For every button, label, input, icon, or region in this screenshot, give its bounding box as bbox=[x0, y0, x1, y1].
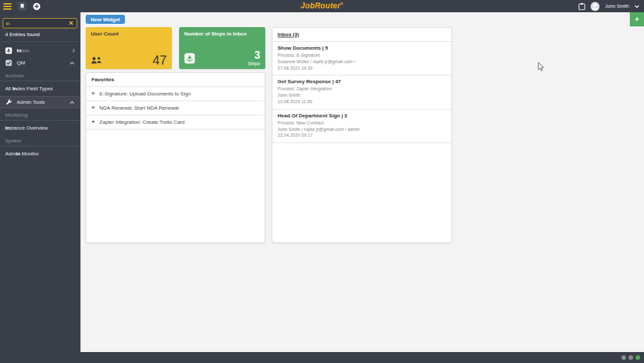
sidebar: ✕ 4 Entries found Inbox 3 QM Archives Al… bbox=[0, 12, 80, 352]
users-icon bbox=[91, 57, 102, 64]
page-dot[interactable] bbox=[621, 355, 626, 360]
sidebar-item-instance-overview[interactable]: Instance Overview bbox=[0, 122, 80, 134]
user-name[interactable]: John Smith bbox=[605, 3, 629, 9]
plus-icon: + bbox=[91, 91, 95, 97]
chevron-down-icon[interactable] bbox=[634, 5, 639, 8]
avatar[interactable] bbox=[591, 2, 600, 11]
favorite-label: NDA Renewal: Start NDA Renewal bbox=[99, 105, 178, 111]
inbox-entry[interactable]: Head Of Department Sign | 3 Process: New… bbox=[272, 110, 451, 143]
footer-bar bbox=[0, 352, 644, 363]
favorites-title: Favorites bbox=[86, 73, 265, 87]
favorite-item[interactable]: + NDA Renewal: Start NDA Renewal bbox=[86, 101, 265, 115]
new-widget-button[interactable]: New Widget bbox=[86, 15, 125, 24]
user-count-value: 47 bbox=[153, 53, 167, 68]
favorite-item[interactable]: + Zapier Integration: Create Trello Card bbox=[86, 115, 265, 130]
sidebar-item-all-index-field-types[interactable]: All Index Field Types bbox=[0, 83, 80, 95]
page-dot-active[interactable] bbox=[636, 355, 640, 360]
inbox-title-link[interactable]: Inbox (3) bbox=[272, 28, 451, 42]
bookmark-icon[interactable] bbox=[18, 2, 26, 10]
entry-date: 10.08.2020 11:59 bbox=[278, 99, 446, 105]
entry-date: 27.08.2021 14:39 bbox=[278, 65, 446, 72]
widget-title: User Count bbox=[91, 31, 167, 37]
inbox-entry[interactable]: Get Survey Response | 47 Process: Zapier… bbox=[272, 75, 451, 109]
entry-process: Process: Zapier Integration bbox=[278, 86, 446, 92]
menu-icon[interactable] bbox=[3, 3, 12, 10]
sidebar-item-admin-tools[interactable]: Admin Tools bbox=[0, 96, 80, 108]
sidebar-item-qm[interactable]: QM bbox=[0, 57, 80, 69]
dashboard-content: New Widget + User Count 47 Number of Ste… bbox=[80, 12, 644, 352]
steps-value: 3 bbox=[248, 50, 260, 61]
entry-process: Process: New Contract bbox=[278, 120, 446, 126]
entry-title: Head Of Department Sign | 3 bbox=[278, 113, 446, 119]
widget-steps-in-inbox[interactable]: Number of Steps in Inbox 3 Steps bbox=[179, 27, 265, 69]
steps-unit: Steps bbox=[248, 61, 260, 66]
entry-user: John Smith / ropitz.jr@gmail.com / admin bbox=[278, 126, 446, 133]
widget-user-count[interactable]: User Count 47 bbox=[86, 27, 172, 69]
dashboard-page-dots bbox=[621, 355, 640, 360]
add-circle-icon[interactable] bbox=[33, 3, 41, 10]
chevron-up-icon bbox=[70, 61, 75, 65]
inbox-icon bbox=[184, 53, 195, 64]
checkbox-icon bbox=[5, 59, 12, 66]
search-input[interactable] bbox=[3, 21, 67, 26]
widget-inbox: Inbox (3) Show Documents | 5 Process: E-… bbox=[272, 27, 452, 243]
sidebar-section-monitoring: Monitoring bbox=[0, 108, 80, 121]
favorite-item[interactable]: + E-Signature: Upload Documents to Sign bbox=[86, 87, 265, 101]
entry-process: Process: E-Signature bbox=[278, 52, 446, 59]
chevron-up-icon bbox=[70, 101, 75, 104]
search-results-count: 4 Entries found bbox=[0, 28, 80, 42]
entry-title: Show Documents | 5 bbox=[278, 45, 446, 51]
top-bar: JobRouter® John Smith bbox=[0, 0, 644, 12]
widget-favorites: Favorites + E-Signature: Upload Document… bbox=[86, 72, 265, 243]
entry-date: 23.04.2020 09:17 bbox=[278, 132, 446, 139]
wrench-icon bbox=[5, 99, 12, 106]
widget-title: Number of Steps in Inbox bbox=[184, 31, 260, 37]
entry-user: John Smith bbox=[278, 92, 446, 99]
entry-user: Susanne Wolke / ropitz.jr@gmail.com / bbox=[278, 59, 446, 65]
calendar-icon[interactable] bbox=[578, 3, 585, 10]
inbox-icon bbox=[5, 47, 12, 54]
plus-icon: + bbox=[91, 105, 95, 111]
page-dot[interactable] bbox=[629, 355, 633, 360]
entry-title: Get Survey Response | 47 bbox=[278, 79, 446, 84]
add-widget-button[interactable]: + bbox=[630, 12, 644, 26]
clear-search-icon[interactable]: ✕ bbox=[67, 21, 77, 26]
sidebar-item-inbox[interactable]: Inbox 3 bbox=[0, 44, 80, 57]
sidebar-search: ✕ bbox=[3, 18, 77, 28]
inbox-entry[interactable]: Show Documents | 5 Process: E-Signature … bbox=[272, 42, 451, 75]
app-logo: JobRouter® bbox=[301, 1, 343, 10]
favorite-label: Zapier Integration: Create Trello Card bbox=[99, 119, 185, 125]
sidebar-item-admin-monitor[interactable]: Admin Monitor bbox=[0, 148, 80, 160]
favorite-label: E-Signature: Upload Documents to Sign bbox=[99, 91, 191, 97]
plus-icon: + bbox=[91, 119, 95, 125]
inbox-count-badge: 3 bbox=[72, 48, 75, 53]
sidebar-section-system: System bbox=[0, 134, 80, 146]
sidebar-section-archives: Archives bbox=[0, 69, 80, 81]
